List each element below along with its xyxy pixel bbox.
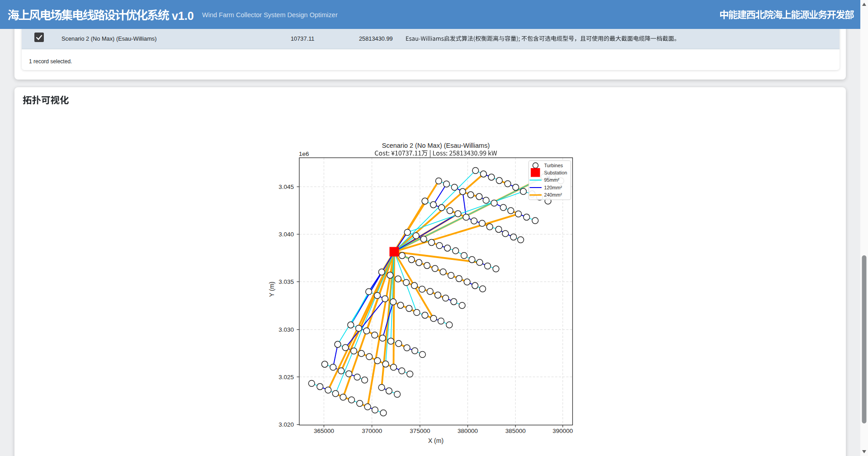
svg-text:385000: 385000 [505,428,526,434]
svg-text:3.025: 3.025 [278,374,294,381]
svg-text:365000: 365000 [314,428,334,434]
svg-text:390000: 390000 [552,428,573,434]
svg-text:95mm²: 95mm² [544,177,560,183]
svg-text:240mm²: 240mm² [544,192,562,197]
svg-text:120mm²: 120mm² [544,185,562,190]
svg-text:375000: 375000 [410,428,430,434]
svg-text:3.020: 3.020 [278,421,294,428]
svg-text:Turbines: Turbines [544,163,563,168]
svg-text:Wind Farm Collector System Des: Wind Farm Collector System Design Optimi… [202,11,338,19]
svg-text:1e6: 1e6 [299,150,309,157]
svg-text:380000: 380000 [458,428,478,434]
svg-text:v1.0: v1.0 [172,9,194,22]
svg-text:370000: 370000 [362,428,382,434]
svg-text:Scenario 2 (No Max) (Esau-Will: Scenario 2 (No Max) (Esau-Williams) [382,142,490,149]
svg-text:3.045: 3.045 [278,183,294,190]
svg-text:Substation: Substation [544,170,567,175]
svg-text:X (m): X (m) [428,437,443,444]
svg-text:3.040: 3.040 [278,231,294,238]
svg-text:3.035: 3.035 [278,278,294,285]
svg-text:3.030: 3.030 [278,326,294,333]
svg-text:Y (m): Y (m) [268,282,275,297]
